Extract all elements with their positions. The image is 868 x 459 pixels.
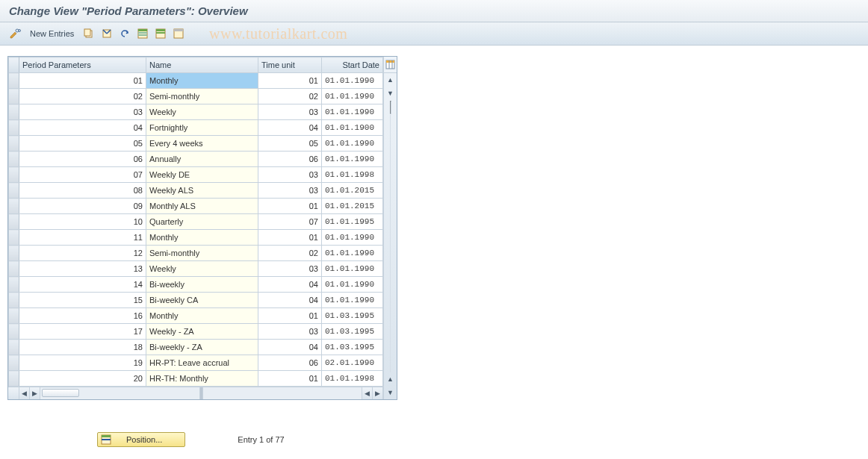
cell-name[interactable]: HR-TH: Monthly: [146, 371, 258, 387]
hz-track[interactable]: [40, 387, 200, 399]
cell-timeunit[interactable]: 01: [258, 230, 322, 246]
copy-as-button[interactable]: [81, 26, 96, 41]
row-select-handle[interactable]: [9, 230, 19, 246]
row-select-handle[interactable]: [9, 293, 19, 308]
cell-startdate[interactable]: 01.01.1990: [322, 136, 383, 152]
col-timeunit[interactable]: Time unit: [258, 57, 322, 73]
row-select-handle[interactable]: [9, 136, 19, 152]
col-period[interactable]: Period Parameters: [19, 57, 146, 73]
row-select-handle[interactable]: [9, 261, 19, 277]
hz-scroll-right-step[interactable]: ▶: [30, 387, 40, 399]
cell-timeunit[interactable]: 04: [258, 277, 322, 293]
cell-name[interactable]: Weekly - ZA: [146, 324, 258, 340]
row-select-handle[interactable]: [9, 371, 19, 387]
cell-period[interactable]: 07: [19, 167, 146, 183]
cell-startdate[interactable]: 01.01.1990: [322, 230, 383, 246]
row-select-handle[interactable]: [9, 73, 19, 89]
cell-timeunit[interactable]: 03: [258, 324, 322, 340]
cell-period[interactable]: 05: [19, 136, 146, 152]
hz-track-2[interactable]: [203, 387, 363, 399]
cell-timeunit[interactable]: 06: [258, 355, 322, 371]
cell-period[interactable]: 11: [19, 230, 146, 246]
cell-startdate[interactable]: 01.01.1990: [322, 89, 383, 104]
cell-name[interactable]: Weekly ALS: [146, 183, 258, 199]
row-select-handle[interactable]: [9, 199, 19, 214]
row-select-handle[interactable]: [9, 214, 19, 230]
cell-startdate[interactable]: 01.01.1998: [322, 371, 383, 387]
cell-period[interactable]: 13: [19, 261, 146, 277]
cell-startdate[interactable]: 01.01.1995: [322, 214, 383, 230]
row-select-handle[interactable]: [9, 89, 19, 104]
cell-timeunit[interactable]: 01: [258, 308, 322, 324]
cell-name[interactable]: Bi-weekly: [146, 277, 258, 293]
v-scroll-down[interactable]: ▼: [387, 386, 394, 399]
cell-period[interactable]: 10: [19, 214, 146, 230]
cell-timeunit[interactable]: 05: [258, 136, 322, 152]
table-settings-button[interactable]: [384, 57, 397, 73]
cell-period[interactable]: 02: [19, 89, 146, 104]
cell-timeunit[interactable]: 01: [258, 73, 322, 89]
cell-name[interactable]: Monthly: [146, 230, 258, 246]
cell-period[interactable]: 04: [19, 120, 146, 136]
v-scroll-up-2[interactable]: ▲: [387, 372, 394, 386]
cell-timeunit[interactable]: 01: [258, 199, 322, 214]
select-all-button[interactable]: [135, 26, 150, 41]
col-name[interactable]: Name: [146, 57, 258, 73]
hz-scroll-right[interactable]: ▶: [373, 387, 383, 399]
position-button[interactable]: Position...: [97, 432, 185, 447]
hz-scroll-left-2[interactable]: ◀: [362, 387, 373, 399]
cell-period[interactable]: 20: [19, 371, 146, 387]
cell-startdate[interactable]: 01.01.1990: [322, 246, 383, 261]
row-select-handle[interactable]: [9, 120, 19, 136]
cell-startdate[interactable]: 02.01.1990: [322, 355, 383, 371]
row-select-handle[interactable]: [9, 167, 19, 183]
cell-startdate[interactable]: 01.01.1998: [322, 167, 383, 183]
cell-timeunit[interactable]: 04: [258, 340, 322, 355]
cell-name[interactable]: Bi-weekly CA: [146, 293, 258, 308]
cell-period[interactable]: 18: [19, 340, 146, 355]
cell-timeunit[interactable]: 04: [258, 120, 322, 136]
hz-scroll-left[interactable]: ◀: [19, 387, 30, 399]
cell-period[interactable]: 14: [19, 277, 146, 293]
row-select-handle[interactable]: [9, 277, 19, 293]
row-select-handle[interactable]: [9, 246, 19, 261]
cell-name[interactable]: Every 4 weeks: [146, 136, 258, 152]
v-track[interactable]: [390, 115, 391, 372]
cell-timeunit[interactable]: 02: [258, 246, 322, 261]
row-select-handle[interactable]: [9, 183, 19, 199]
undo-button[interactable]: [117, 26, 132, 41]
cell-timeunit[interactable]: 03: [258, 167, 322, 183]
cell-timeunit[interactable]: 07: [258, 214, 322, 230]
cell-name[interactable]: Bi-weekly - ZA: [146, 340, 258, 355]
cell-startdate[interactable]: 01.01.1990: [322, 104, 383, 120]
cell-name[interactable]: Weekly: [146, 104, 258, 120]
hz-thumb[interactable]: [42, 389, 79, 397]
cell-startdate[interactable]: 01.01.1990: [322, 293, 383, 308]
cell-name[interactable]: Semi-monthly: [146, 246, 258, 261]
cell-startdate[interactable]: 01.01.1900: [322, 120, 383, 136]
cell-startdate[interactable]: 01.03.1995: [322, 308, 383, 324]
cell-startdate[interactable]: 01.01.1990: [322, 73, 383, 89]
cell-name[interactable]: HR-PT: Leave accrual: [146, 355, 258, 371]
select-all-handle[interactable]: [9, 57, 19, 73]
cell-timeunit[interactable]: 03: [258, 183, 322, 199]
v-scroll-down-step[interactable]: ▼: [387, 87, 394, 100]
row-select-handle[interactable]: [9, 355, 19, 371]
cell-name[interactable]: Quarterly: [146, 214, 258, 230]
cell-period[interactable]: 12: [19, 246, 146, 261]
new-entries-button[interactable]: New Entries: [25, 26, 78, 41]
cell-timeunit[interactable]: 04: [258, 293, 322, 308]
cell-name[interactable]: Monthly ALS: [146, 199, 258, 214]
cell-period[interactable]: 06: [19, 152, 146, 167]
cell-name[interactable]: Monthly: [146, 308, 258, 324]
cell-timeunit[interactable]: 02: [258, 89, 322, 104]
select-block-button[interactable]: [153, 26, 168, 41]
cell-period[interactable]: 09: [19, 199, 146, 214]
cell-timeunit[interactable]: 06: [258, 152, 322, 167]
cell-name[interactable]: Semi-monthly: [146, 89, 258, 104]
row-select-handle[interactable]: [9, 308, 19, 324]
cell-timeunit[interactable]: 01: [258, 371, 322, 387]
display-change-button[interactable]: [7, 26, 22, 41]
cell-name[interactable]: Fortnightly: [146, 120, 258, 136]
delete-button[interactable]: [99, 26, 114, 41]
